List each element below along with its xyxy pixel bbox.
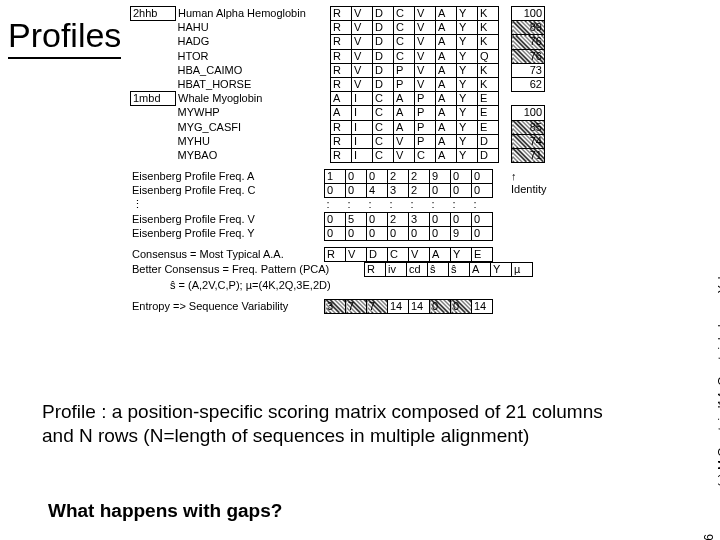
- better-consensus-cell: cd: [407, 263, 428, 277]
- consensus-cell: D: [367, 248, 388, 262]
- freq-cell: :: [367, 198, 388, 212]
- freq-cell: 1: [325, 170, 346, 184]
- freq-cell: 0: [409, 226, 430, 240]
- eisenberg-label: Eisenberg Profile Freq. V: [130, 212, 325, 226]
- entropy-cell: 7: [346, 299, 367, 313]
- freq-cell: 0: [472, 226, 493, 240]
- residue-cell: C: [373, 92, 394, 106]
- residue-cell: K: [478, 77, 499, 91]
- pdb-code: [131, 148, 176, 162]
- residue-cell: Y: [457, 134, 478, 148]
- sequence-name: MYG_CASFI: [176, 120, 331, 134]
- residue-cell: A: [394, 106, 415, 120]
- identity-value: 100: [512, 106, 545, 120]
- pdb-code: 1mbd: [131, 92, 176, 106]
- residue-cell: A: [394, 120, 415, 134]
- consensus-cell: Y: [451, 248, 472, 262]
- freq-cell: :: [451, 198, 472, 212]
- pdb-code: [131, 63, 176, 77]
- freq-cell: 0: [388, 226, 409, 240]
- residue-cell: D: [478, 134, 499, 148]
- question-text: What happens with gaps?: [48, 500, 282, 522]
- pdb-code: 2hhb: [131, 7, 176, 21]
- residue-cell: D: [373, 35, 394, 49]
- eisenberg-label: Eisenberg Profile Freq. Y: [130, 226, 325, 240]
- residue-cell: Y: [457, 49, 478, 63]
- pdb-code: [131, 77, 176, 91]
- residue-cell: I: [352, 148, 373, 162]
- residue-cell: C: [373, 134, 394, 148]
- freq-cell: 2: [388, 170, 409, 184]
- alignment-table: 2hhbHuman Alpha HemoglobinRVDCVAYK100HAH…: [130, 6, 545, 163]
- residue-cell: C: [415, 148, 436, 162]
- freq-cell: 0: [346, 184, 367, 198]
- freq-cell: 9: [451, 226, 472, 240]
- residue-cell: E: [478, 92, 499, 106]
- residue-cell: C: [394, 7, 415, 21]
- better-consensus-cell: A: [470, 263, 491, 277]
- freq-cell: 0: [367, 170, 388, 184]
- pdb-code: [131, 49, 176, 63]
- sequence-name: Whale Myoglobin: [176, 92, 331, 106]
- residue-cell: Q: [478, 49, 499, 63]
- residue-cell: A: [394, 92, 415, 106]
- residue-cell: A: [436, 148, 457, 162]
- sequence-name: HADG: [176, 35, 331, 49]
- freq-cell: 2: [388, 212, 409, 226]
- freq-cell: 5: [346, 212, 367, 226]
- residue-cell: Y: [457, 63, 478, 77]
- freq-cell: 2: [409, 170, 430, 184]
- residue-cell: A: [436, 35, 457, 49]
- residue-cell: R: [331, 63, 352, 77]
- residue-cell: R: [331, 120, 352, 134]
- freq-cell: 0: [325, 184, 346, 198]
- freq-cell: 0: [367, 212, 388, 226]
- better-consensus-cell: Y: [491, 263, 512, 277]
- credit-text: (c) M Gerstein '14, GersteinLab.org, Yal…: [716, 270, 720, 487]
- identity-value: 71: [512, 148, 545, 162]
- consensus-cell: V: [346, 248, 367, 262]
- freq-cell: :: [472, 198, 493, 212]
- eisenberg-label: Eisenberg Profile Freq. C: [130, 184, 325, 198]
- residue-cell: P: [415, 134, 436, 148]
- eisenberg-table: Eisenberg Profile Freq. A10022900↑Identi…: [130, 169, 548, 241]
- residue-cell: I: [352, 92, 373, 106]
- residue-cell: K: [478, 21, 499, 35]
- freq-cell: :: [388, 198, 409, 212]
- better-consensus-cell: ŝ: [428, 263, 449, 277]
- better-consensus-cell: ŝ: [449, 263, 470, 277]
- entropy-cell: 14: [409, 299, 430, 313]
- residue-cell: A: [331, 92, 352, 106]
- residue-cell: V: [352, 7, 373, 21]
- pdb-code: [131, 21, 176, 35]
- freq-cell: 0: [472, 170, 493, 184]
- residue-cell: R: [331, 49, 352, 63]
- better-consensus-cell: µ: [512, 263, 533, 277]
- sequence-name: MYWHP: [176, 106, 331, 120]
- freq-cell: 0: [472, 212, 493, 226]
- entropy-row: Entropy => Sequence Variability377141400…: [130, 299, 493, 314]
- residue-cell: A: [436, 92, 457, 106]
- freq-cell: :: [409, 198, 430, 212]
- residue-cell: C: [394, 35, 415, 49]
- freq-cell: 3: [409, 212, 430, 226]
- residue-cell: D: [478, 148, 499, 162]
- residue-cell: D: [373, 77, 394, 91]
- definition-text: Profile : a position-specific scoring ma…: [42, 400, 632, 448]
- residue-cell: A: [436, 7, 457, 21]
- residue-cell: R: [331, 7, 352, 21]
- freq-cell: 9: [430, 170, 451, 184]
- residue-cell: P: [415, 120, 436, 134]
- residue-cell: R: [331, 77, 352, 91]
- residue-cell: V: [415, 77, 436, 91]
- sequence-name: HTOR: [176, 49, 331, 63]
- slide-title: Profiles: [8, 16, 121, 59]
- residue-cell: P: [394, 63, 415, 77]
- residue-cell: K: [478, 35, 499, 49]
- residue-cell: V: [415, 35, 436, 49]
- better-consensus-note: ŝ = (A,2V,C,P); µ=(4K,2Q,3E,2D): [170, 279, 548, 292]
- freq-cell: 0: [325, 212, 346, 226]
- freq-cell: :: [346, 198, 367, 212]
- profile-figure: 2hhbHuman Alpha HemoglobinRVDCVAYK100HAH…: [130, 6, 548, 314]
- residue-cell: D: [373, 21, 394, 35]
